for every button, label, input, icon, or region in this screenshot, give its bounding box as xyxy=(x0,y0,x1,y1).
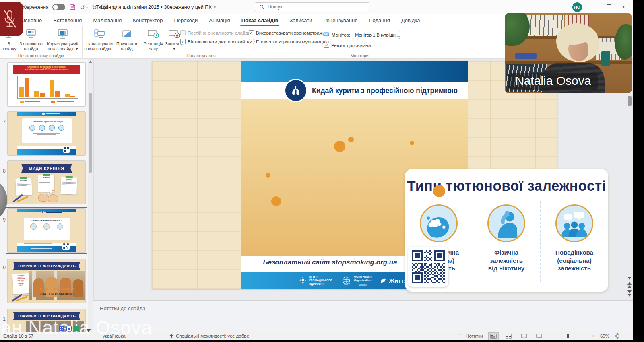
decor-dot xyxy=(410,141,414,145)
microphone-muted-button[interactable] xyxy=(0,2,23,36)
thumb10-qr-icon xyxy=(62,243,70,250)
thumbnail-slide-8[interactable]: Безпечного куріння не існує! xyxy=(7,111,86,156)
search-icon xyxy=(259,4,264,10)
who-emblem-icon xyxy=(341,276,351,286)
scroll-down-icon[interactable] xyxy=(627,277,632,280)
tab-podannia[interactable]: Подання xyxy=(363,14,396,26)
search-input[interactable]: Пошук xyxy=(255,2,369,11)
group-label: Монітори xyxy=(320,53,399,58)
zoom-slider-thumb[interactable] xyxy=(567,334,569,338)
record-icon xyxy=(168,28,181,41)
thumb9-title: ВИДИ КУРІННЯ xyxy=(21,164,72,173)
restore-icon xyxy=(606,6,609,9)
thumb11-title: ТВАРИНИ ТЕЖ СТРАЖДАЮТЬ xyxy=(13,262,80,270)
presenter-name-tag: Natalia Osova xyxy=(508,73,598,90)
checkbox-presenter-view[interactable]: Режим доповідача xyxy=(324,43,371,48)
reading-view-button[interactable] xyxy=(519,333,529,340)
monitor-dropdown[interactable]: Монітор 1 Внутрішні... ▾ xyxy=(353,31,400,39)
autosave-toggle[interactable] xyxy=(52,4,65,10)
slide-navigation-arrows xyxy=(626,277,633,297)
zoom-level[interactable]: 65% xyxy=(600,334,609,338)
checkbox-play-narrations[interactable]: Відтворювати дикторський текст xyxy=(180,39,257,44)
title-chevron-icon[interactable]: ▾ xyxy=(214,5,216,9)
checkbox-use-timings[interactable]: Використовувати хронометраж xyxy=(249,30,329,35)
next-slide-button[interactable] xyxy=(627,290,632,297)
notes-placeholder: Нотатки до слайда xyxy=(100,305,633,311)
undo-icon[interactable]: ↺ xyxy=(80,4,85,10)
zoom-slider[interactable] xyxy=(555,336,589,336)
tab-pokaz-slaidiv[interactable]: Показ слайдів xyxy=(236,14,284,26)
slide-sorter-view-button[interactable] xyxy=(504,333,514,340)
rehearse-timings-icon xyxy=(147,28,160,41)
slide-thumbnail-panel: 7 8 9 0 1 2 Споживання тютюнових та ніко… xyxy=(0,59,93,332)
thumbnail-slide-10[interactable]: Типи тютюнової залежності xyxy=(7,208,86,253)
group-label: Початок показу слайдів xyxy=(0,53,82,58)
book-icon xyxy=(521,334,527,339)
tab-konstruktor[interactable]: Конструктор xyxy=(127,14,168,26)
slide-header-title: Кидай курити з професійною підтримкою xyxy=(312,82,465,99)
thumbnail-slide-11[interactable]: ТВАРИНИ ТЕЖ СТРАЖДАЮТЬ BE THE GENERATION… xyxy=(7,259,86,303)
tab-perekhody[interactable]: Переходи xyxy=(168,14,203,26)
powerpoint-window: Автозбереження ↺ ▾ ↻ ▾ Тютюн для шкіл зм… xyxy=(0,0,644,342)
rehearse-timings-button[interactable]: Репетиція часу xyxy=(142,27,165,52)
plant xyxy=(505,13,530,46)
custom-slideshow-button[interactable]: Користувацький показ слайдів ▾ xyxy=(44,27,81,52)
scrollbar-thumb[interactable] xyxy=(89,93,92,173)
slideshow-view-button[interactable] xyxy=(535,333,544,340)
from-current-slide-icon xyxy=(25,28,37,41)
decor-dot xyxy=(266,173,270,178)
qr-code xyxy=(412,250,445,283)
slide-number: 9 xyxy=(1,217,6,223)
notes-toggle-button[interactable]: Нотатки xyxy=(458,334,483,338)
leaf-icon xyxy=(380,278,386,284)
notes-pane[interactable]: Нотатки до слайда xyxy=(93,300,633,332)
tab-vstavlennia[interactable]: Вставлення xyxy=(47,14,87,26)
save-icon[interactable] xyxy=(69,4,76,10)
checkbox-media-controls[interactable]: Елементи керування мультимедіа xyxy=(249,39,329,44)
zoom-out-button[interactable]: − xyxy=(550,334,553,338)
overlay-app-icon xyxy=(66,326,72,331)
dependence-type-behavioral: Поведінкова (соціальна) залежність xyxy=(541,204,608,272)
accessibility-status[interactable]: Спеціальні можливості: усе добре xyxy=(169,334,249,339)
editor-scrollbar-thumb[interactable] xyxy=(628,96,632,106)
thumb7-title: Споживання тютюнових та нікотинових виро… xyxy=(24,66,69,70)
overlay-app-icon xyxy=(59,326,64,331)
slideshow-icon xyxy=(536,334,542,339)
tab-maliuvannia[interactable]: Малювання xyxy=(87,14,127,26)
undo-chevron-icon[interactable]: ▾ xyxy=(86,6,88,9)
previous-slide-button[interactable] xyxy=(627,282,632,288)
thumb10-title: Типи тютюнової залежності xyxy=(28,219,65,222)
capture-edge-bottom xyxy=(0,340,644,342)
slide-canvas[interactable]: Кидай курити з професійною підтримкою Бе… xyxy=(152,61,557,289)
setup-slideshow-icon xyxy=(93,28,106,41)
setup-slideshow-button[interactable]: Налаштувати показ слайдів... xyxy=(84,27,115,52)
tab-retsenzuvannia[interactable]: Рецензування xyxy=(318,14,363,26)
search-placeholder: Пошук xyxy=(268,4,282,10)
tab-zapysaty[interactable]: Записати xyxy=(284,14,318,26)
public-health-center-logo: ЦЕНТР ГРОМАДСЬКОГО ЗДОРОВ'Я xyxy=(298,276,332,285)
thumbnail-slide-7[interactable]: Споживання тютюнових та нікотинових виро… xyxy=(7,62,86,107)
notes-icon xyxy=(458,334,464,338)
restore-button[interactable] xyxy=(601,0,614,14)
thumbnail-slide-9[interactable]: ВИДИ КУРІННЯ Первинне Вторинне Третинне xyxy=(7,160,86,204)
microphone-muted-icon xyxy=(2,9,17,29)
physical-dependence-icon xyxy=(487,204,525,242)
fit-to-window-icon[interactable] xyxy=(615,333,621,339)
thumbnail-scrollbar[interactable] xyxy=(88,59,93,332)
minimize-button[interactable]: – xyxy=(584,0,598,14)
zoom-control: − + xyxy=(550,334,594,338)
tab-animatsiia[interactable]: Анімація xyxy=(203,14,235,26)
group-setup: Налаштувати показ слайдів... Приховати с… xyxy=(83,26,320,59)
close-button[interactable]: × xyxy=(617,0,630,14)
account-avatar[interactable]: НО xyxy=(572,2,582,12)
zoom-in-button[interactable]: + xyxy=(592,334,594,338)
hide-slide-button[interactable]: Приховати слайд xyxy=(115,27,138,52)
type-label: Поведінкова (соціальна) залежність xyxy=(555,249,593,272)
phc-snowflake-icon xyxy=(298,276,307,285)
tab-dovidka[interactable]: Довідка xyxy=(396,14,426,26)
normal-view-button[interactable] xyxy=(489,333,498,340)
checkbox-keep-slides-updated[interactable]: Постійно оновлювати слайди xyxy=(180,30,257,35)
behavioral-dependence-icon xyxy=(555,204,593,242)
title-bar: Автозбереження ↺ ▾ ↻ ▾ Тютюн для шкіл зм… xyxy=(0,0,644,14)
accessibility-icon xyxy=(169,334,174,339)
